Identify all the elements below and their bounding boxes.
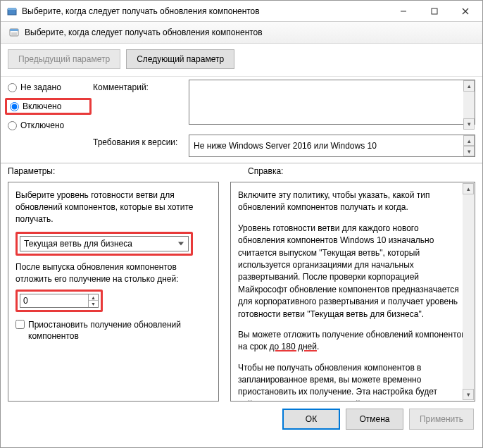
radio-not-configured-label: Не задано [20,82,61,92]
defer-days-spinner[interactable]: ▲ ▼ [20,294,99,308]
apply-button[interactable]: Применить [409,409,474,430]
next-setting-button[interactable]: Следующий параметр [126,49,234,69]
requirements-field: Не ниже Windows Server 2016 или Windows … [189,135,475,157]
defer-days-input[interactable] [20,294,88,307]
defer-label: После выпуска обновления компонентов отл… [15,261,211,285]
window-icon [6,6,18,17]
lower-section: Выберите уровень готовности ветви для об… [1,178,482,402]
radio-not-configured[interactable]: Не задано [8,82,89,92]
help-panel: Включите эту политику, чтобы указать, ка… [230,182,475,402]
comment-label: Комментарий: [93,80,184,130]
comment-textarea[interactable] [189,80,475,125]
defer-highlight: ▲ ▼ [15,290,103,312]
svg-rect-7 [10,29,18,31]
header-title: Выберите, когда следует получать обновле… [25,27,263,37]
header-strip: Выберите, когда следует получать обновле… [1,22,482,44]
help-p4: Чтобы не получать обновления компонентов… [238,362,468,402]
spin-up-icon[interactable]: ▲ [89,294,98,301]
policy-icon [8,26,20,39]
close-button[interactable] [450,1,481,21]
requirements-scrollbar[interactable]: ▴ ▾ [463,135,475,156]
nav-row: Предыдущий параметр Следующий параметр [1,44,482,77]
radio-disabled[interactable]: Отключено [8,120,89,130]
svg-rect-1 [8,8,16,10]
branch-dropdown-value: Текущая ветвь для бизнеса [24,239,132,249]
help-text: Включите эту политику, чтобы указать, ка… [238,189,468,402]
svg-rect-3 [432,8,437,14]
pause-checkbox[interactable] [15,320,25,329]
scroll-down-icon[interactable]: ▾ [463,389,474,400]
scroll-up-icon[interactable]: ▴ [463,183,474,194]
prev-setting-button[interactable]: Предыдущий параметр [8,49,120,69]
requirements-field-wrap: Не ниже Windows Server 2016 или Windows … [189,135,475,157]
svg-rect-0 [8,9,16,15]
radio-enabled-input[interactable] [10,102,19,111]
scroll-up-icon[interactable]: ▴ [463,135,475,146]
radio-disabled-label: Отключено [20,120,64,130]
ok-button[interactable]: ОК [282,409,340,430]
maximize-button[interactable] [419,1,450,21]
options-panel: Выберите уровень готовности ветви для об… [8,182,219,402]
comment-field-wrap: ▴ ▾ [189,80,475,130]
scroll-down-icon[interactable]: ▾ [463,146,475,156]
help-p3: Вы можете отложить получение обновлений … [238,329,468,354]
help-p1: Включите эту политику, чтобы указать, ка… [238,189,468,214]
footer: ОК Отмена Применить [1,402,482,437]
help-scrollbar[interactable]: ▴ ▾ [463,183,474,400]
radio-disabled-input[interactable] [8,121,17,130]
help-p2: Уровень готовности ветви для каждого нов… [238,223,468,321]
upper-section: Не задано Включено Отключено Комментарий… [1,77,482,163]
section-headings: Параметры: Справка: [1,163,482,178]
pause-checkbox-label: Приостановить получение обновлений компо… [28,319,211,342]
requirements-label: Требования к версии: [93,130,184,157]
branch-highlight: Текущая ветвь для бизнеса [15,232,193,256]
branch-intro-text: Выберите уровень готовности ветви для об… [15,189,211,225]
help-days-highlight: до 180 дней [270,342,317,351]
radio-enabled-label: Включено [23,101,61,111]
branch-dropdown[interactable]: Текущая ветвь для бизнеса [20,236,189,251]
comment-scrollbar[interactable]: ▴ ▾ [463,80,475,130]
window-title: Выберите, когда следует получать обновле… [22,6,388,16]
radio-enabled[interactable]: Включено [10,101,87,111]
cancel-button[interactable]: Отмена [346,409,403,430]
pause-checkbox-row[interactable]: Приостановить получение обновлений компо… [15,319,211,342]
state-radio-group: Не задано Включено Отключено [8,80,89,130]
options-heading: Параметры: [8,166,235,176]
scroll-down-icon[interactable]: ▾ [463,118,475,130]
radio-not-configured-input[interactable] [8,83,17,92]
minimize-button[interactable] [388,1,419,21]
titlebar: Выберите, когда следует получать обновле… [1,1,482,22]
spin-down-icon[interactable]: ▼ [89,301,98,307]
requirements-value: Не ниже Windows Server 2016 или Windows … [194,141,377,151]
scroll-up-icon[interactable]: ▴ [463,80,475,92]
help-heading: Справка: [235,166,475,176]
